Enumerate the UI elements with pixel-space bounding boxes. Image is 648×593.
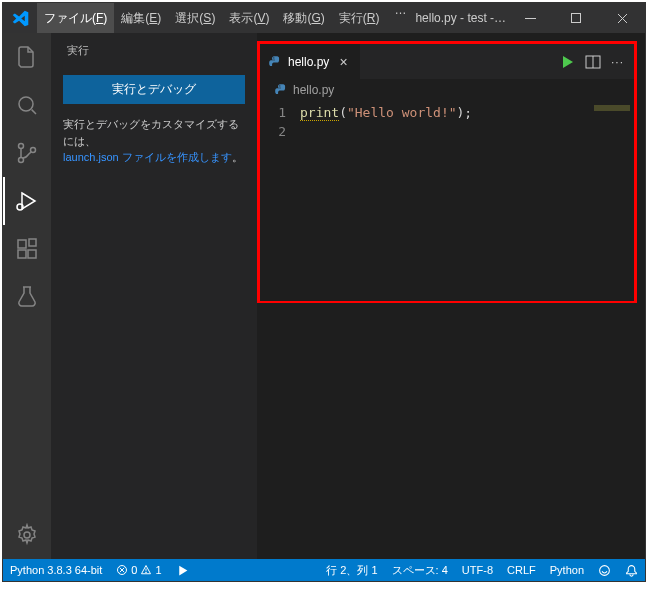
- sidebar-title: 実行: [51, 33, 257, 67]
- status-python-version[interactable]: Python 3.8.3 64-bit: [3, 564, 109, 576]
- svg-point-17: [600, 565, 610, 575]
- status-feedback-icon[interactable]: [591, 564, 618, 577]
- source-control-icon[interactable]: [3, 129, 51, 177]
- menu-more[interactable]: …: [386, 3, 415, 33]
- create-launch-json-link[interactable]: launch.json ファイルを作成します: [63, 151, 232, 163]
- python-file-icon: [274, 83, 288, 97]
- run-file-icon[interactable]: [559, 54, 575, 70]
- editor-tab-hello[interactable]: hello.py ×: [260, 44, 360, 79]
- svg-point-2: [19, 97, 33, 111]
- search-icon[interactable]: [3, 81, 51, 129]
- svg-rect-7: [18, 240, 26, 248]
- status-indent[interactable]: スペース: 4: [385, 563, 455, 578]
- window-title: hello.py - test - Visual Studi...: [415, 11, 507, 25]
- settings-gear-icon[interactable]: [3, 511, 51, 559]
- status-encoding[interactable]: UTF-8: [455, 564, 500, 576]
- extensions-icon[interactable]: [3, 225, 51, 273]
- run-and-debug-button[interactable]: 実行とデバッグ: [63, 75, 245, 104]
- title-bar: ファイル(F) 編集(E) 選択(S) 表示(V) 移動(G) 実行(R) … …: [3, 3, 645, 33]
- menu-edit[interactable]: 編集(E): [114, 3, 168, 33]
- svg-point-3: [19, 144, 24, 149]
- status-cursor[interactable]: 行 2、列 1: [319, 563, 384, 578]
- editor-more-icon[interactable]: ···: [611, 54, 624, 70]
- split-editor-icon[interactable]: [585, 54, 601, 70]
- menu-bar: ファイル(F) 編集(E) 選択(S) 表示(V) 移動(G) 実行(R) …: [37, 3, 415, 33]
- test-icon[interactable]: [3, 273, 51, 321]
- editor-group: hello.py × ···: [257, 33, 645, 559]
- tab-label: hello.py: [288, 55, 329, 69]
- explorer-icon[interactable]: [3, 33, 51, 81]
- menu-view[interactable]: 表示(V): [222, 3, 276, 33]
- code-editor[interactable]: 1 2 print("Hello world!");: [260, 101, 634, 301]
- svg-point-4: [19, 158, 24, 163]
- status-bell-icon[interactable]: [618, 564, 645, 577]
- close-button[interactable]: [599, 3, 645, 33]
- minimap[interactable]: [594, 105, 630, 111]
- close-tab-icon[interactable]: ×: [335, 54, 351, 70]
- vscode-window: ファイル(F) 編集(E) 選択(S) 表示(V) 移動(G) 実行(R) … …: [2, 2, 646, 582]
- python-file-icon: [268, 55, 282, 69]
- svg-point-11: [24, 532, 30, 538]
- menu-file[interactable]: ファイル(F): [37, 3, 114, 33]
- status-eol[interactable]: CRLF: [500, 564, 543, 576]
- svg-point-5: [31, 148, 36, 153]
- maximize-button[interactable]: [553, 3, 599, 33]
- status-language[interactable]: Python: [543, 564, 591, 576]
- status-bar: Python 3.8.3 64-bit 0 1 行 2、列 1 スペース: 4 …: [3, 559, 645, 581]
- status-problems[interactable]: 0 1: [109, 564, 168, 576]
- svg-point-16: [146, 572, 147, 573]
- window-controls: [507, 3, 645, 33]
- vscode-logo-icon: [3, 10, 37, 27]
- editor-area-highlighted: hello.py × ···: [257, 41, 637, 303]
- breadcrumb[interactable]: hello.py: [260, 79, 634, 101]
- svg-rect-9: [28, 250, 36, 258]
- run-debug-icon[interactable]: [3, 177, 51, 225]
- line-numbers: 1 2: [260, 101, 300, 301]
- svg-rect-0: [525, 18, 536, 19]
- menu-select[interactable]: 選択(S): [168, 3, 222, 33]
- svg-rect-10: [29, 239, 36, 246]
- menu-run[interactable]: 実行(R): [332, 3, 387, 33]
- minimize-button[interactable]: [507, 3, 553, 33]
- activity-bar: [3, 33, 51, 559]
- menu-go[interactable]: 移動(G): [276, 3, 331, 33]
- svg-rect-8: [18, 250, 26, 258]
- svg-rect-1: [571, 13, 580, 22]
- breadcrumb-file: hello.py: [293, 83, 334, 97]
- status-debug-start[interactable]: [169, 564, 196, 577]
- main-body: 実行 実行とデバッグ 実行とデバッグをカスタマイズするには、 launch.js…: [3, 33, 645, 559]
- tab-bar: hello.py × ···: [260, 44, 634, 79]
- run-sidebar: 実行 実行とデバッグ 実行とデバッグをカスタマイズするには、 launch.js…: [51, 33, 257, 559]
- sidebar-help-text: 実行とデバッグをカスタマイズするには、 launch.json ファイルを作成し…: [63, 116, 245, 166]
- code-content[interactable]: print("Hello world!");: [300, 101, 634, 301]
